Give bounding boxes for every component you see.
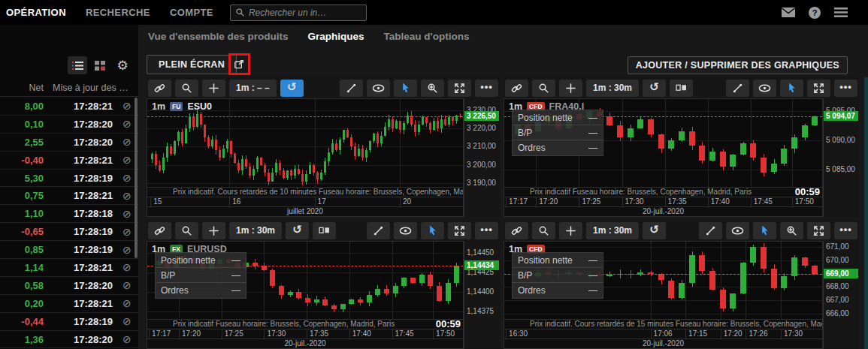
link-tool-button[interactable] (505, 80, 528, 97)
watchlist-row[interactable]: -0,4417:28:19⊘ (0, 313, 138, 331)
cursor-tool-button[interactable] (421, 222, 444, 239)
expand-tool-button[interactable] (807, 80, 830, 97)
eye-tool-button[interactable] (726, 222, 749, 239)
link-icon (154, 225, 165, 236)
menu-recherche[interactable]: RECHERCHE (86, 7, 150, 18)
eye-icon (399, 226, 412, 236)
layout-tool-button[interactable] (670, 80, 693, 97)
help-icon[interactable]: ? (808, 6, 821, 20)
undo-button[interactable]: ↺ (643, 222, 666, 239)
search-tool-button[interactable] (532, 80, 555, 97)
watchlist-row[interactable]: 8,0017:28:21⊘ (0, 98, 138, 116)
watchlist-row[interactable]: 1,3617:28:20⊘ (0, 331, 138, 349)
link-tool-button[interactable] (148, 80, 171, 97)
layout-tool-button[interactable] (313, 222, 336, 239)
grid-view-button[interactable] (90, 56, 110, 74)
net-value: 0,20 (0, 298, 44, 309)
plus-tool-button[interactable] (559, 80, 582, 97)
price-plot[interactable]: 1mFXEURUSDPosition nette—B/P—Ordres— (147, 241, 464, 320)
eye-tool-button[interactable] (753, 80, 776, 97)
fullscreen-button[interactable]: PLEIN ÉCRAN (147, 55, 237, 74)
watchlist-row[interactable]: -0,4017:28:21⊘ (0, 152, 138, 170)
price-plot[interactable]: 1mCFDFRA40.IPosition nette—B/P—Ordres— (504, 98, 823, 188)
watchlist-row[interactable]: 5,3017:28:19⊘ (0, 170, 138, 188)
menu-icon[interactable] (833, 7, 848, 18)
overlay-value: — (231, 270, 240, 281)
watchlist-row[interactable]: 0,7517:28:21⊘ (0, 187, 138, 205)
more-tool-button[interactable]: ••• (475, 80, 498, 97)
search-input[interactable] (249, 8, 361, 18)
menu-compte[interactable]: COMPTE (170, 7, 213, 18)
watchlist-row[interactable]: 0,8517:28:19⊘ (0, 241, 138, 259)
expand-tool-button[interactable] (448, 80, 471, 97)
mail-icon[interactable] (781, 7, 796, 18)
tab-product-overview[interactable]: Vue d'ensemble des produits (148, 31, 289, 42)
sidebar-scrollbar[interactable] (135, 98, 138, 258)
price-axis[interactable]: 5 095,005 090,005 085,005 094,07 (823, 98, 859, 217)
interval-dropdown[interactable]: 1m : 30m (586, 222, 639, 239)
undo-button[interactable]: ↺ (286, 222, 309, 239)
undo-button[interactable]: ↺ (280, 80, 304, 97)
price-axis[interactable]: 3 230,003 220,003 210,003 200,003 190,00… (464, 98, 500, 217)
updated-time: 17:28:20 (74, 137, 122, 148)
annotation-highlight-box (228, 53, 250, 75)
time-tick: 17:45 (392, 329, 414, 338)
watchlist-row[interactable]: 1,1417:28:21⊘ (0, 259, 138, 277)
column-net[interactable]: Net (0, 83, 44, 93)
time-axis: 15161720 (147, 197, 464, 207)
zoom-in-tool-button[interactable] (421, 80, 444, 97)
module-tabs: Vue d'ensemble des produits Graphiques T… (148, 31, 470, 42)
expand-tool-button[interactable] (448, 222, 471, 239)
add-remove-charts-button[interactable]: AJOUTER / SUPPRIMER DES GRAPHIQUES (628, 56, 848, 74)
instrument-search[interactable] (230, 5, 367, 21)
eye-tool-button[interactable] (367, 80, 390, 97)
eye-tool-button[interactable] (394, 222, 417, 239)
expand-tool-button[interactable] (807, 222, 830, 239)
link-tool-button[interactable] (148, 222, 171, 239)
watchlist-row[interactable]: 1,1017:28:18⊘ (0, 205, 138, 223)
list-view-button[interactable] (68, 56, 87, 74)
watchlist-row[interactable]: 0,5817:28:20⊘ (0, 277, 138, 295)
watchlist-row[interactable]: -0,6517:28:19⊘ (0, 223, 138, 241)
plus-tool-button[interactable] (202, 80, 225, 97)
trendline-tool-button[interactable] (340, 80, 363, 97)
chart-toolbar-right: ••• (340, 80, 498, 97)
price-axis[interactable]: 671,00670,00669,00668,00667,00666,00669,… (823, 241, 859, 349)
open-in-window-icon[interactable] (234, 59, 245, 70)
tab-options-board[interactable]: Tableau d'options (384, 31, 470, 42)
trendline-tool-button[interactable] (699, 222, 722, 239)
more-tool-button[interactable]: ••• (834, 222, 857, 239)
search-tool-button[interactable] (175, 80, 198, 97)
watchlist-row[interactable]: 0,1017:28:20⊘ (0, 116, 138, 134)
window-scrollbar[interactable] (864, 77, 868, 349)
zoom-in-tool-button[interactable] (780, 222, 803, 239)
link-tool-button[interactable] (505, 222, 528, 239)
cursor-tool-button[interactable] (753, 222, 776, 239)
undo-button[interactable]: ↺ (643, 80, 666, 97)
search-tool-button[interactable] (175, 222, 198, 239)
search-icon (181, 83, 192, 94)
settings-gear-button[interactable]: ⚙ (113, 56, 132, 74)
cursor-tool-button[interactable] (394, 80, 417, 97)
plus-tool-button[interactable] (202, 222, 225, 239)
plus-tool-button[interactable] (559, 222, 582, 239)
interval-dropdown[interactable]: 1m : 30m (229, 222, 282, 239)
watchlist-toolbar: ⚙ (68, 56, 132, 74)
price-plot[interactable]: 1mCFDPosition nette—B/P—Ordres— (504, 241, 823, 320)
search-tool-button[interactable] (532, 222, 555, 239)
tab-charts[interactable]: Graphiques (308, 31, 364, 42)
watchlist-row[interactable]: 2,5517:28:20⊘ (0, 134, 138, 152)
price-plot[interactable]: 1mFUESU0 (147, 98, 464, 188)
cursor-tool-button[interactable] (780, 80, 803, 97)
more-tool-button[interactable]: ••• (834, 80, 857, 97)
watchlist-row[interactable]: 0,2017:28:21⊘ (0, 295, 138, 313)
trendline-tool-button[interactable] (726, 80, 749, 97)
interval-dropdown[interactable]: 1m : – – (229, 80, 277, 97)
column-updated[interactable]: Mise à jour des … (53, 83, 129, 93)
menu-operation[interactable]: OPÉRATION (6, 7, 66, 18)
price-axis[interactable]: 1,144501,144251,144001,143751,14434 (464, 241, 500, 349)
undo-icon: ↺ (287, 80, 297, 94)
more-tool-button[interactable]: ••• (475, 222, 498, 239)
trendline-tool-button[interactable] (367, 222, 390, 239)
interval-dropdown[interactable]: 1m : 30m (586, 80, 639, 97)
